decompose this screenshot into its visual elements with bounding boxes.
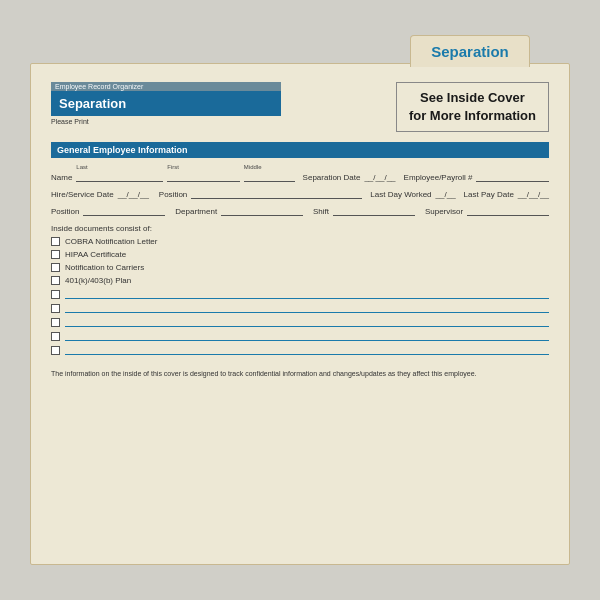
checkbox-hipaa-box[interactable] — [51, 250, 60, 259]
name-row: Name Last First Middle Separation Date _… — [51, 164, 549, 182]
hire-label: Hire/Service Date — [51, 190, 114, 199]
inside-docs: Inside documents consist of: COBRA Notif… — [51, 224, 549, 355]
top-row: Employee Record Organizer Separation Ple… — [51, 82, 549, 132]
hipaa-label: HIPAA Certificate — [65, 250, 126, 259]
checkbox-notification: Notification to Carriers — [51, 263, 549, 272]
checkbox-blank-2-box[interactable] — [51, 304, 60, 313]
name-label: Name — [51, 173, 72, 182]
folder-body: Employee Record Organizer Separation Ple… — [30, 63, 570, 565]
checkbox-blank-3 — [51, 317, 549, 327]
position-label: Position — [159, 190, 187, 199]
checkbox-blank-1-box[interactable] — [51, 290, 60, 299]
blank-line-4 — [65, 331, 549, 341]
hire-row: Hire/Service Date __/__/__ Position Last… — [51, 187, 549, 199]
footer-text: The information on the inside of this co… — [51, 369, 549, 379]
see-inside-line2: for More Information — [409, 107, 536, 125]
shift-label: Shift — [313, 207, 329, 216]
notification-label: Notification to Carriers — [65, 263, 144, 272]
position-dept-row: Position Department Shift Supervisor — [51, 204, 549, 216]
checkbox-cobra: COBRA Notification Letter — [51, 237, 549, 246]
folder-tab: Separation — [410, 35, 530, 67]
see-inside-line1: See Inside Cover — [409, 89, 536, 107]
checkbox-cobra-box[interactable] — [51, 237, 60, 246]
folder-container: Separation Employee Record Organizer Sep… — [30, 35, 570, 565]
checkbox-blank-3-box[interactable] — [51, 318, 60, 327]
checkbox-blank-2 — [51, 303, 549, 313]
401k-label: 401(k)/403(b) Plan — [65, 276, 131, 285]
blank-line-2 — [65, 303, 549, 313]
checkbox-blank-5 — [51, 345, 549, 355]
cobra-label: COBRA Notification Letter — [65, 237, 157, 246]
small-label: Employee Record Organizer — [51, 82, 281, 91]
blank-line-5 — [65, 345, 549, 355]
inside-docs-title: Inside documents consist of: — [51, 224, 549, 233]
checkbox-401k: 401(k)/403(b) Plan — [51, 276, 549, 285]
checkbox-401k-box[interactable] — [51, 276, 60, 285]
checkbox-blank-1 — [51, 289, 549, 299]
last-pay-label: Last Pay Date — [464, 190, 514, 199]
emp-payroll-label: Employee/Payroll # — [404, 173, 473, 182]
checkbox-hipaa: HIPAA Certificate — [51, 250, 549, 259]
position2-label: Position — [51, 207, 79, 216]
dept-label: Department — [175, 207, 217, 216]
folder-tab-label: Separation — [431, 43, 509, 60]
sep-date-label: Separation Date — [303, 173, 361, 182]
please-print: Please Print — [51, 118, 281, 125]
form-title-bar: Separation — [51, 91, 281, 116]
checkbox-blank-4-box[interactable] — [51, 332, 60, 341]
blank-line-3 — [65, 317, 549, 327]
see-inside-box: See Inside Cover for More Information — [396, 82, 549, 132]
checkbox-notification-box[interactable] — [51, 263, 60, 272]
supervisor-label: Supervisor — [425, 207, 463, 216]
blank-line-1 — [65, 289, 549, 299]
form-header-left: Employee Record Organizer Separation Ple… — [51, 82, 281, 125]
checkbox-blank-4 — [51, 331, 549, 341]
section-header: General Employee Information — [51, 142, 549, 158]
last-day-label: Last Day Worked — [370, 190, 431, 199]
checkbox-blank-5-box[interactable] — [51, 346, 60, 355]
